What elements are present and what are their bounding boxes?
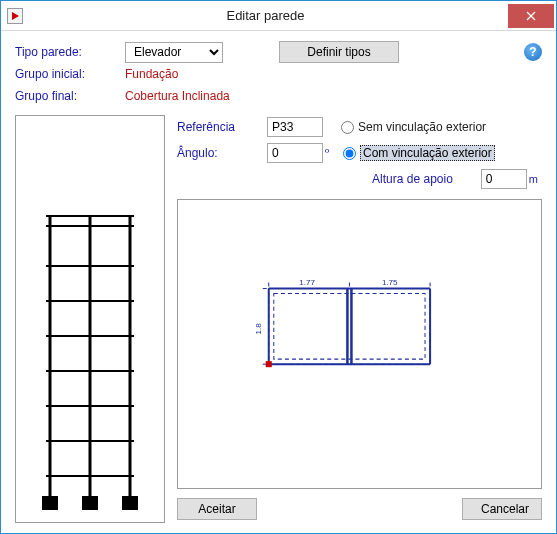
main-area: Referência Sem vinculação exterior Ângul…: [15, 115, 542, 523]
grupo-inicial-value: Fundação: [125, 67, 178, 81]
definir-tipos-button[interactable]: Definir tipos: [279, 41, 399, 63]
button-bar: Aceitar Cancelar: [177, 489, 542, 523]
angulo-unit: º: [325, 147, 329, 159]
close-icon: [526, 11, 536, 21]
grupo-inicial-label: Grupo inicial:: [15, 67, 125, 81]
ok-button[interactable]: Aceitar: [177, 498, 257, 520]
dim-left: 1.77: [299, 278, 315, 287]
help-icon[interactable]: ?: [524, 43, 542, 61]
svg-rect-18: [269, 289, 430, 365]
svg-marker-0: [12, 12, 19, 20]
grupo-final-label: Grupo final:: [15, 89, 125, 103]
cancel-button[interactable]: Cancelar: [462, 498, 542, 520]
close-button[interactable]: [508, 4, 554, 28]
elevation-panel: [15, 115, 165, 523]
dim-right: 1.75: [382, 278, 398, 287]
svg-rect-17: [122, 496, 138, 510]
referencia-input[interactable]: [267, 117, 323, 137]
right-panel: Referência Sem vinculação exterior Ângul…: [177, 115, 542, 523]
dialog-content: Tipo parede: Elevador Definir tipos ? Gr…: [1, 31, 556, 533]
radio-com-vinculacao[interactable]: Com vinculação exterior: [343, 145, 495, 161]
referencia-label: Referência: [177, 120, 267, 134]
angulo-label: Ângulo:: [177, 146, 267, 160]
tipo-parede-select[interactable]: Elevador: [125, 42, 223, 63]
tipo-parede-label: Tipo parede:: [15, 45, 125, 59]
svg-rect-19: [274, 294, 425, 360]
plan-view-panel: 1.77 1.75 1.8: [177, 199, 542, 489]
radio-com-vinculacao-label: Com vinculação exterior: [360, 145, 495, 161]
radio-sem-vinculacao[interactable]: Sem vinculação exterior: [341, 120, 486, 134]
svg-rect-16: [82, 496, 98, 510]
plan-drawing: 1.77 1.75 1.8: [178, 200, 541, 488]
altura-apoio-label: Altura de apoio: [372, 172, 453, 186]
app-icon: [7, 8, 23, 24]
grupo-final-value: Cobertura Inclinada: [125, 89, 230, 103]
header-rows: Tipo parede: Elevador Definir tipos ? Gr…: [15, 41, 542, 107]
dim-height: 1.8: [254, 323, 263, 335]
elevation-drawing: [22, 122, 158, 516]
window-title: Editar parede: [23, 8, 508, 23]
svg-rect-31: [266, 361, 272, 367]
svg-rect-15: [42, 496, 58, 510]
angulo-input[interactable]: [267, 143, 323, 163]
radio-sem-vinculacao-label: Sem vinculação exterior: [358, 120, 486, 134]
altura-apoio-input[interactable]: [481, 169, 527, 189]
titlebar: Editar parede: [1, 1, 556, 31]
altura-apoio-unit: m: [529, 173, 538, 185]
